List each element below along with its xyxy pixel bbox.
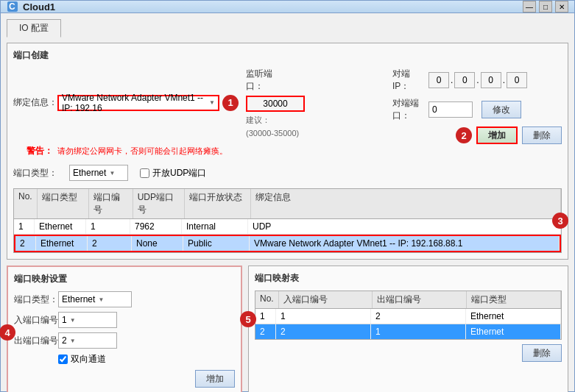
udp-label: 开放UDP端口 <box>152 167 206 179</box>
map-in-port-label: 入端口编号： <box>14 314 58 327</box>
port-table: No. 端口类型 端口编号 UDP端口号 端口开放状态 绑定信息 1 Ether… <box>13 188 562 253</box>
binding-select[interactable]: VMware Network Adapter VMnet1 -- IP: 192… <box>57 95 219 111</box>
m-row2-type: Ethernet <box>466 324 561 339</box>
port-type-select[interactable]: Ethernet <box>69 165 128 181</box>
window-title: Cloud1 <box>23 1 523 13</box>
row1-num: 1 <box>86 219 130 234</box>
port-creation-title: 端口创建 <box>13 49 562 62</box>
map-in-port-row: 入端口编号： 1 <box>14 312 235 328</box>
maximize-button[interactable]: □ <box>539 1 552 13</box>
ip-part-1[interactable] <box>428 72 449 88</box>
peer-port-input[interactable] <box>428 101 473 118</box>
map-add-row: 增加 <box>14 370 235 388</box>
col-type-header: 端口类型 <box>38 189 89 218</box>
svg-text:C: C <box>9 1 15 12</box>
map-out-port-select[interactable]: 2 <box>58 332 117 349</box>
tab-bar: IO 配置 <box>7 19 568 37</box>
delete-row: 删除 <box>255 344 562 362</box>
col-udp-header: UDP端口号 <box>133 189 185 218</box>
bidirectional-checkbox[interactable] <box>58 354 68 364</box>
bidirectional-label[interactable]: 双向通道 <box>58 353 106 366</box>
app-icon: C <box>7 1 18 13</box>
row2-binding: VMware Network Adapter VMnet1 -- IP: 192… <box>250 236 560 251</box>
modify-button[interactable]: 修改 <box>481 101 521 118</box>
binding-row: 绑定信息： VMware Network Adapter VMnet1 -- I… <box>13 68 562 185</box>
mapping-table: No. 入端口编号 出端口编号 端口类型 1 1 2 Ethernet 2 <box>255 291 562 340</box>
warning-text: 请勿绑定公网网卡，否则可能会引起网络瘫痪。 <box>57 146 227 157</box>
udp-checkbox-label[interactable]: 开放UDP端口 <box>140 167 206 179</box>
suggestion-range: (30000-35000) <box>246 129 305 138</box>
map-port-type-label: 端口类型： <box>14 293 58 306</box>
m-row1-in: 1 <box>276 309 371 324</box>
peer-ip-label: 对端IP： <box>392 68 426 93</box>
port-type-row: 端口类型： Ethernet 开放UDP端口 <box>13 165 379 181</box>
badge-2: 2 <box>456 127 472 143</box>
port-type-value: Ethernet <box>73 168 106 178</box>
m-row1-no: 1 <box>255 309 276 324</box>
map-in-port-select[interactable]: 1 <box>58 312 117 328</box>
row2-udp: None <box>132 236 183 251</box>
badge-1: 1 <box>222 95 239 111</box>
table-row-selected[interactable]: 2 Ethernet 2 None Public VMware Network … <box>14 235 561 252</box>
local-port-input[interactable] <box>246 96 305 112</box>
ip-input: . . . <box>428 72 527 88</box>
title-bar: C Cloud1 — □ ✕ <box>1 1 574 13</box>
mapping-row-2-selected[interactable]: 2 2 1 Ethernet <box>255 324 561 339</box>
ip-part-2[interactable] <box>454 72 475 88</box>
m-row2-out: 1 <box>371 324 466 339</box>
warning-row: 警告： 请勿绑定公网网卡，否则可能会引起网络瘫痪。 <box>13 145 379 157</box>
port-mapping-settings: 4 端口映射设置 端口类型： Ethernet 入端口编号： 1 出端口编号： <box>7 266 242 392</box>
row2-no: 2 <box>15 236 36 251</box>
udp-checkbox[interactable] <box>140 168 149 178</box>
m-row1-type: Ethernet <box>466 309 561 324</box>
m-col-in: 入端口编号 <box>279 291 373 308</box>
map-port-type-value: Ethernet <box>62 294 95 304</box>
row1-status: Internal <box>182 219 248 234</box>
bidirectional-text: 双向通道 <box>71 353 106 366</box>
map-port-type-select[interactable]: Ethernet <box>58 291 132 307</box>
mapping-row-1[interactable]: 1 1 2 Ethernet <box>255 309 561 324</box>
dot-1: . <box>451 75 453 85</box>
col-num-header: 端口编号 <box>89 189 133 218</box>
m-col-out: 出端口编号 <box>373 291 467 308</box>
close-button[interactable]: ✕ <box>555 1 568 13</box>
tab-io[interactable]: IO 配置 <box>7 19 61 38</box>
map-add-button[interactable]: 增加 <box>195 370 235 388</box>
map-out-port-label: 出端口编号： <box>14 335 58 347</box>
row2-status: Public <box>183 236 250 251</box>
dot-3: . <box>503 75 505 85</box>
peer-ip-row: 对端IP： . . . <box>392 68 562 93</box>
binding-label: 绑定信息： <box>13 96 57 109</box>
minimize-button[interactable]: — <box>523 1 536 13</box>
ip-part-4[interactable] <box>507 72 527 88</box>
row1-udp: 7962 <box>130 219 182 234</box>
row2-num: 2 <box>88 236 132 251</box>
peer-port-label: 对端端口： <box>392 97 426 122</box>
table-row[interactable]: 1 Ethernet 1 7962 Internal UDP <box>14 219 561 235</box>
warning-label: 警告： <box>13 145 57 157</box>
mapping-table-title: 端口映射表 <box>255 272 562 285</box>
window-controls: — □ ✕ <box>523 1 568 13</box>
col-binding-header: 绑定信息 <box>251 189 561 218</box>
map-port-type-row: 端口类型： Ethernet <box>14 291 235 307</box>
port-mapping-table: 5 端口映射表 No. 入端口编号 出端口编号 端口类型 1 1 2 Ether… <box>248 266 568 392</box>
main-content: IO 配置 端口创建 绑定信息： VMware Network Adapter … <box>1 13 574 392</box>
map-out-port-row: 出端口编号： 2 <box>14 332 235 349</box>
map-in-port-value: 1 <box>62 315 67 325</box>
col-status-header: 端口开放状态 <box>185 189 251 218</box>
add-section: 2 增加 删除 <box>392 126 562 144</box>
local-port-input-row <box>246 96 305 112</box>
row1-binding: UDP <box>248 219 561 234</box>
row2-type: Ethernet <box>36 236 88 251</box>
add-port-button[interactable]: 增加 <box>476 126 518 144</box>
port-type-label: 端口类型： <box>13 167 57 179</box>
row1-no: 1 <box>14 219 35 234</box>
mapping-table-header: No. 入端口编号 出端口编号 端口类型 <box>255 291 561 309</box>
delete-mapping-button[interactable]: 删除 <box>522 344 562 362</box>
ip-part-3[interactable] <box>481 72 501 88</box>
dot-2: . <box>476 75 479 85</box>
delete-port-button[interactable]: 删除 <box>522 126 562 144</box>
binding-info-row: 绑定信息： VMware Network Adapter VMnet1 -- I… <box>13 68 379 138</box>
window: C Cloud1 — □ ✕ IO 配置 端口创建 绑定信息： <box>0 0 575 392</box>
m-col-no: No. <box>255 291 279 308</box>
